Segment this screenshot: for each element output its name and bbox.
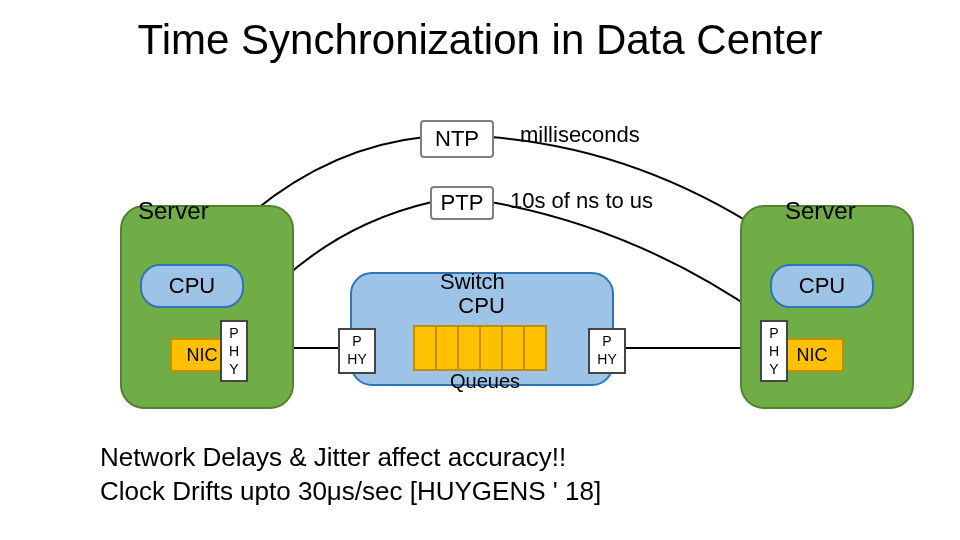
switch-label: Switch CPU [440, 270, 505, 318]
cpu-right: CPU [770, 264, 874, 308]
ptp-desc: 10s of ns to us [510, 188, 653, 214]
switch-phy-right: PHY [588, 328, 626, 374]
switch-queues [413, 325, 547, 371]
phy-left: PHY [220, 320, 248, 382]
phy-right: PHY [760, 320, 788, 382]
nic-right: NIC [780, 338, 844, 372]
cpu-left: CPU [140, 264, 244, 308]
footer-text: Network Delays & Jitter affect accuracy!… [100, 440, 601, 508]
footer-line1: Network Delays & Jitter affect accuracy!… [100, 440, 601, 474]
ptp-box: PTP [430, 186, 494, 220]
diagram-stage: Time Synchronization in Data Center Serv… [0, 0, 960, 540]
footer-line2: Clock Drifts upto 30μs/sec [HUYGENS ' 18… [100, 474, 601, 508]
ntp-desc: milliseconds [520, 122, 640, 148]
server-left-label: Server [138, 197, 209, 225]
page-title: Time Synchronization in Data Center [0, 16, 960, 64]
server-right-label: Server [785, 197, 856, 225]
switch-phy-left: PHY [338, 328, 376, 374]
switch-queues-label: Queues [450, 370, 520, 393]
ntp-box: NTP [420, 120, 494, 158]
